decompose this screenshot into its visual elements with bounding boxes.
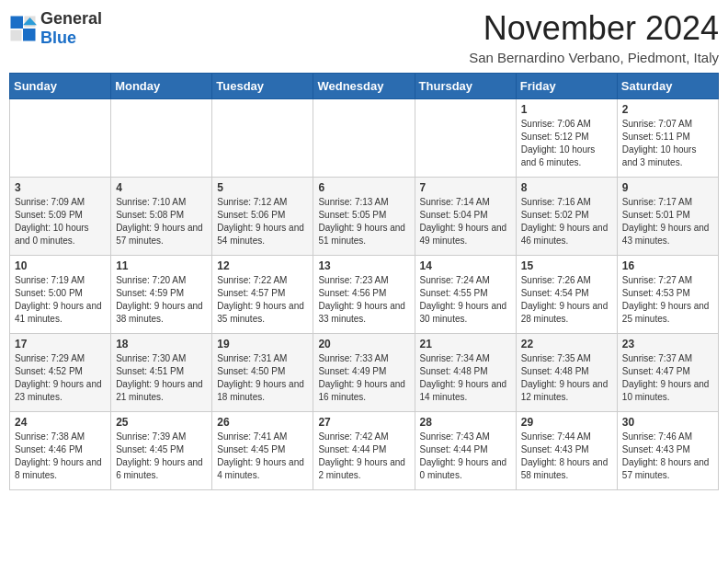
day-info: Sunrise: 7:26 AM Sunset: 4:54 PM Dayligh…: [521, 274, 612, 326]
day-number: 4: [116, 181, 207, 194]
day-info: Sunrise: 7:39 AM Sunset: 4:45 PM Dayligh…: [116, 431, 207, 482]
calendar-cell: 29Sunrise: 7:44 AM Sunset: 4:43 PM Dayli…: [516, 412, 617, 490]
day-info: Sunrise: 7:07 AM Sunset: 5:11 PM Dayligh…: [622, 118, 713, 169]
weekday-header-tuesday: Tuesday: [212, 74, 313, 99]
day-number: 17: [15, 338, 106, 350]
day-number: 6: [318, 181, 409, 194]
day-info: Sunrise: 7:44 AM Sunset: 4:43 PM Dayligh…: [521, 431, 612, 482]
day-info: Sunrise: 7:42 AM Sunset: 4:44 PM Dayligh…: [318, 431, 409, 482]
day-number: 24: [15, 416, 106, 429]
calendar-cell: [212, 99, 313, 178]
calendar-cell: 5Sunrise: 7:12 AM Sunset: 5:06 PM Daylig…: [212, 178, 313, 256]
calendar-cell: 15Sunrise: 7:26 AM Sunset: 4:54 PM Dayli…: [516, 256, 617, 334]
calendar-cell: 3Sunrise: 7:09 AM Sunset: 5:09 PM Daylig…: [10, 178, 111, 256]
day-number: 23: [622, 338, 713, 350]
day-number: 8: [521, 181, 612, 194]
calendar-cell: 26Sunrise: 7:41 AM Sunset: 4:45 PM Dayli…: [212, 412, 313, 490]
logo-general: General: [40, 9, 102, 28]
calendar-cell: 27Sunrise: 7:42 AM Sunset: 4:44 PM Dayli…: [313, 412, 415, 490]
svg-rect-3: [11, 30, 22, 41]
day-info: Sunrise: 7:12 AM Sunset: 5:06 PM Dayligh…: [217, 196, 308, 247]
day-info: Sunrise: 7:43 AM Sunset: 4:44 PM Dayligh…: [420, 431, 511, 482]
day-info: Sunrise: 7:27 AM Sunset: 4:53 PM Dayligh…: [622, 274, 713, 326]
day-number: 14: [420, 259, 511, 272]
calendar-row: 17Sunrise: 7:29 AM Sunset: 4:52 PM Dayli…: [10, 334, 719, 412]
day-number: 9: [622, 181, 713, 194]
calendar-cell: [10, 99, 111, 178]
calendar-cell: 6Sunrise: 7:13 AM Sunset: 5:05 PM Daylig…: [313, 178, 415, 256]
day-number: 18: [116, 338, 207, 350]
day-info: Sunrise: 7:46 AM Sunset: 4:43 PM Dayligh…: [622, 431, 713, 482]
calendar-row: 24Sunrise: 7:38 AM Sunset: 4:46 PM Dayli…: [10, 412, 719, 490]
day-number: 28: [420, 416, 511, 429]
day-info: Sunrise: 7:41 AM Sunset: 4:45 PM Dayligh…: [217, 431, 308, 482]
weekday-header-monday: Monday: [111, 74, 212, 99]
day-info: Sunrise: 7:30 AM Sunset: 4:51 PM Dayligh…: [116, 352, 207, 404]
calendar-cell: 7Sunrise: 7:14 AM Sunset: 5:04 PM Daylig…: [415, 178, 516, 256]
calendar-cell: 22Sunrise: 7:35 AM Sunset: 4:48 PM Dayli…: [516, 334, 617, 412]
day-info: Sunrise: 7:35 AM Sunset: 4:48 PM Dayligh…: [521, 352, 612, 404]
weekday-header-wednesday: Wednesday: [313, 74, 415, 99]
day-number: 12: [217, 259, 308, 272]
day-number: 3: [15, 181, 106, 194]
svg-rect-1: [11, 17, 24, 29]
day-info: Sunrise: 7:38 AM Sunset: 4:46 PM Dayligh…: [15, 431, 106, 482]
logo-icon: [9, 15, 37, 42]
day-number: 19: [217, 338, 308, 350]
day-number: 5: [217, 181, 308, 194]
day-info: Sunrise: 7:37 AM Sunset: 4:47 PM Dayligh…: [622, 352, 713, 404]
weekday-header-thursday: Thursday: [415, 74, 516, 99]
calendar-cell: 25Sunrise: 7:39 AM Sunset: 4:45 PM Dayli…: [111, 412, 212, 490]
weekday-header-row: SundayMondayTuesdayWednesdayThursdayFrid…: [10, 74, 719, 99]
calendar-cell: 16Sunrise: 7:27 AM Sunset: 4:53 PM Dayli…: [617, 256, 718, 334]
title-area: November 2024 San Bernardino Verbano, Pi…: [469, 9, 719, 65]
weekday-header-friday: Friday: [516, 74, 617, 99]
logo: General Blue: [9, 9, 102, 48]
day-info: Sunrise: 7:20 AM Sunset: 4:59 PM Dayligh…: [116, 274, 207, 326]
day-info: Sunrise: 7:16 AM Sunset: 5:02 PM Dayligh…: [521, 196, 612, 247]
calendar-cell: 17Sunrise: 7:29 AM Sunset: 4:52 PM Dayli…: [10, 334, 111, 412]
calendar-cell: 18Sunrise: 7:30 AM Sunset: 4:51 PM Dayli…: [111, 334, 212, 412]
weekday-header-saturday: Saturday: [617, 74, 718, 99]
calendar-body: 1Sunrise: 7:06 AM Sunset: 5:12 PM Daylig…: [10, 99, 719, 490]
day-number: 20: [318, 338, 409, 350]
calendar-row: 1Sunrise: 7:06 AM Sunset: 5:12 PM Daylig…: [10, 99, 719, 178]
day-number: 22: [521, 338, 612, 350]
calendar-cell: 10Sunrise: 7:19 AM Sunset: 5:00 PM Dayli…: [10, 256, 111, 334]
calendar-cell: 8Sunrise: 7:16 AM Sunset: 5:02 PM Daylig…: [516, 178, 617, 256]
svg-rect-4: [23, 29, 36, 41]
calendar-cell: [415, 99, 516, 178]
calendar-cell: [111, 99, 212, 178]
calendar-cell: 19Sunrise: 7:31 AM Sunset: 4:50 PM Dayli…: [212, 334, 313, 412]
day-number: 30: [622, 416, 713, 429]
calendar-cell: 11Sunrise: 7:20 AM Sunset: 4:59 PM Dayli…: [111, 256, 212, 334]
month-title: November 2024: [469, 9, 719, 48]
calendar-cell: 20Sunrise: 7:33 AM Sunset: 4:49 PM Dayli…: [313, 334, 415, 412]
day-number: 7: [420, 181, 511, 194]
day-info: Sunrise: 7:34 AM Sunset: 4:48 PM Dayligh…: [420, 352, 511, 404]
day-info: Sunrise: 7:09 AM Sunset: 5:09 PM Dayligh…: [15, 196, 106, 247]
day-info: Sunrise: 7:22 AM Sunset: 4:57 PM Dayligh…: [217, 274, 308, 326]
calendar-row: 10Sunrise: 7:19 AM Sunset: 5:00 PM Dayli…: [10, 256, 719, 334]
day-number: 26: [217, 416, 308, 429]
calendar-row: 3Sunrise: 7:09 AM Sunset: 5:09 PM Daylig…: [10, 178, 719, 256]
calendar-cell: [313, 99, 415, 178]
calendar-cell: 2Sunrise: 7:07 AM Sunset: 5:11 PM Daylig…: [617, 99, 718, 178]
day-info: Sunrise: 7:13 AM Sunset: 5:05 PM Dayligh…: [318, 196, 409, 247]
day-number: 15: [521, 259, 612, 272]
calendar-cell: 13Sunrise: 7:23 AM Sunset: 4:56 PM Dayli…: [313, 256, 415, 334]
day-number: 27: [318, 416, 409, 429]
calendar-cell: 30Sunrise: 7:46 AM Sunset: 4:43 PM Dayli…: [617, 412, 718, 490]
day-info: Sunrise: 7:14 AM Sunset: 5:04 PM Dayligh…: [420, 196, 511, 247]
day-number: 2: [622, 103, 713, 116]
day-number: 10: [15, 259, 106, 272]
calendar-cell: 12Sunrise: 7:22 AM Sunset: 4:57 PM Dayli…: [212, 256, 313, 334]
calendar-cell: 4Sunrise: 7:10 AM Sunset: 5:08 PM Daylig…: [111, 178, 212, 256]
day-info: Sunrise: 7:24 AM Sunset: 4:55 PM Dayligh…: [420, 274, 511, 326]
day-number: 16: [622, 259, 713, 272]
day-info: Sunrise: 7:06 AM Sunset: 5:12 PM Dayligh…: [521, 118, 612, 169]
calendar-cell: 14Sunrise: 7:24 AM Sunset: 4:55 PM Dayli…: [415, 256, 516, 334]
calendar-cell: 28Sunrise: 7:43 AM Sunset: 4:44 PM Dayli…: [415, 412, 516, 490]
calendar-cell: 24Sunrise: 7:38 AM Sunset: 4:46 PM Dayli…: [10, 412, 111, 490]
calendar-cell: 9Sunrise: 7:17 AM Sunset: 5:01 PM Daylig…: [617, 178, 718, 256]
